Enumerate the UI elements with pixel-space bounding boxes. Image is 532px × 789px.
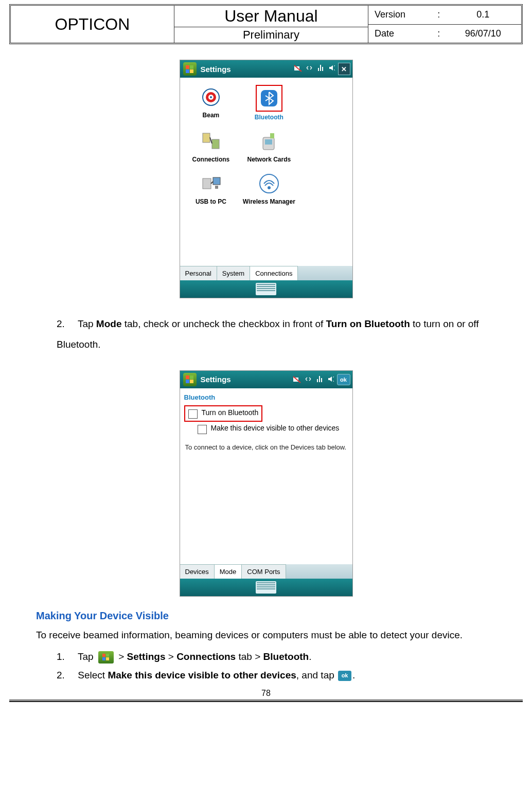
version-value: 0.1 (445, 9, 521, 20)
turn-on-bluetooth-label: Turn on Bluetooth (202, 408, 259, 417)
network-cards-icon (257, 129, 281, 154)
section-steps: 1. Tap > Settings > Connections tab > Bl… (57, 648, 496, 685)
beam-icon (199, 85, 223, 110)
tab-bar: Personal System Connections (180, 266, 352, 280)
checkbox[interactable] (188, 409, 198, 419)
doc-subtitle: Preliminary (174, 27, 368, 43)
usb-to-pc-icon (199, 171, 223, 196)
sip-bar (180, 280, 352, 298)
svg-rect-10 (265, 139, 272, 145)
tab-system[interactable]: System (217, 266, 250, 280)
svg-rect-13 (213, 177, 220, 185)
network-cards-label: Network Cards (247, 156, 291, 163)
volume-icon[interactable] (327, 63, 337, 73)
system-tray: ok (292, 374, 352, 385)
sync-icon[interactable] (304, 63, 314, 73)
meta-block: Version : 0.1 Date : 96/07/10 (368, 6, 521, 43)
svg-point-5 (210, 96, 212, 98)
start-icon (98, 651, 114, 664)
make-visible-label: Make this device visible to other device… (211, 424, 340, 432)
tab-connections[interactable]: Connections (250, 266, 298, 280)
screenshot-settings-connections: Settings ✕ Beam Bluetooth (180, 60, 353, 298)
section-step-1: 1. Tap > Settings > Connections tab > Bl… (57, 648, 496, 666)
beam-label: Beam (203, 112, 220, 119)
bluetooth-icon (256, 85, 282, 112)
date-row: Date : 96/07/10 (368, 25, 521, 43)
date-label: Date (368, 28, 433, 39)
start-icon[interactable] (183, 62, 197, 76)
footer-rule (9, 700, 523, 702)
ok-button[interactable]: ok (337, 374, 350, 385)
network-cards-item[interactable]: Network Cards (240, 126, 298, 168)
step-2-text: 2. Tap Mode tab, check or uncheck the ch… (57, 314, 496, 355)
titlebar-text: Settings (201, 375, 231, 384)
bluetooth-label: Bluetooth (255, 114, 283, 121)
keyboard-icon[interactable] (256, 581, 276, 594)
page-number: 78 (0, 689, 532, 698)
close-button[interactable]: ✕ (338, 63, 350, 75)
tab-com-ports[interactable]: COM Ports (242, 564, 286, 579)
connections-icon (199, 129, 223, 154)
usb-to-pc-label: USB to PC (196, 198, 226, 205)
network-muted-icon[interactable] (292, 374, 302, 384)
connections-label: Connections (192, 156, 230, 163)
brand: OPTICON (11, 6, 174, 43)
doc-title: User Manual (174, 6, 368, 27)
section-step-2: 2. Select Make this device visible to ot… (57, 666, 496, 685)
usb-to-pc-item[interactable]: USB to PC (182, 168, 240, 210)
settings-body: Beam Bluetooth Connections Network Cards… (180, 78, 352, 266)
tab-mode[interactable]: Mode (215, 564, 242, 579)
section-title: Making Your Device Visible (36, 610, 496, 622)
icon-grid: Beam Bluetooth Connections Network Cards… (182, 82, 350, 210)
bluetooth-body: Bluetooth Turn on Bluetooth Make this de… (180, 388, 352, 564)
page: OPTICON User Manual Preliminary Version … (0, 4, 532, 789)
step-num: 1. (57, 648, 75, 666)
start-icon[interactable] (183, 373, 197, 386)
step-num: 2. (57, 666, 75, 685)
ok-icon: ok (338, 671, 351, 681)
tab-bar: Devices Mode COM Ports (180, 564, 352, 579)
version-row: Version : 0.1 (368, 6, 521, 25)
signal-icon[interactable] (314, 374, 325, 384)
version-label: Version (368, 9, 433, 20)
titlebar: Settings ✕ (180, 60, 352, 78)
svg-rect-7 (203, 133, 210, 142)
beam-item[interactable]: Beam (182, 82, 240, 126)
step-text: Tap Mode tab, check or uncheck the check… (57, 318, 479, 350)
svg-rect-12 (203, 178, 211, 189)
turn-on-bluetooth-row[interactable]: Turn on Bluetooth (184, 405, 263, 422)
tab-devices[interactable]: Devices (180, 564, 215, 579)
screenshot-bluetooth-mode: Settings ok Bluetooth Turn on Bluetooth … (180, 370, 353, 597)
svg-rect-14 (215, 186, 218, 189)
keyboard-icon[interactable] (256, 283, 276, 295)
svg-point-16 (268, 186, 271, 189)
document-header: OPTICON User Manual Preliminary Version … (9, 4, 523, 44)
sip-bar (180, 579, 352, 596)
title-block: User Manual Preliminary (174, 6, 368, 43)
section-intro: To receive beamed information, beaming d… (36, 625, 496, 645)
tab-personal[interactable]: Personal (180, 266, 217, 280)
system-tray: ✕ (293, 63, 352, 75)
volume-icon[interactable] (326, 374, 336, 384)
colon: : (433, 9, 445, 20)
titlebar: Settings ok (180, 371, 352, 388)
bluetooth-note: To connect to a device, click on the Dev… (184, 436, 348, 451)
signal-icon[interactable] (315, 63, 326, 73)
wireless-manager-item[interactable]: Wireless Manager (240, 168, 298, 210)
wireless-manager-label: Wireless Manager (243, 198, 295, 205)
step-num: 2. (57, 314, 75, 334)
connections-item[interactable]: Connections (182, 126, 240, 168)
bluetooth-heading: Bluetooth (184, 391, 348, 405)
network-muted-icon[interactable] (293, 63, 303, 73)
svg-rect-11 (270, 133, 274, 138)
wireless-manager-icon (257, 171, 281, 196)
sync-icon[interactable] (303, 374, 313, 384)
svg-rect-8 (212, 139, 219, 149)
checkbox[interactable] (198, 425, 207, 434)
make-visible-row[interactable]: Make this device visible to other device… (184, 422, 348, 436)
colon: : (433, 28, 445, 39)
bluetooth-item[interactable]: Bluetooth (240, 82, 298, 126)
titlebar-text: Settings (201, 65, 231, 74)
date-value: 96/07/10 (445, 28, 521, 39)
